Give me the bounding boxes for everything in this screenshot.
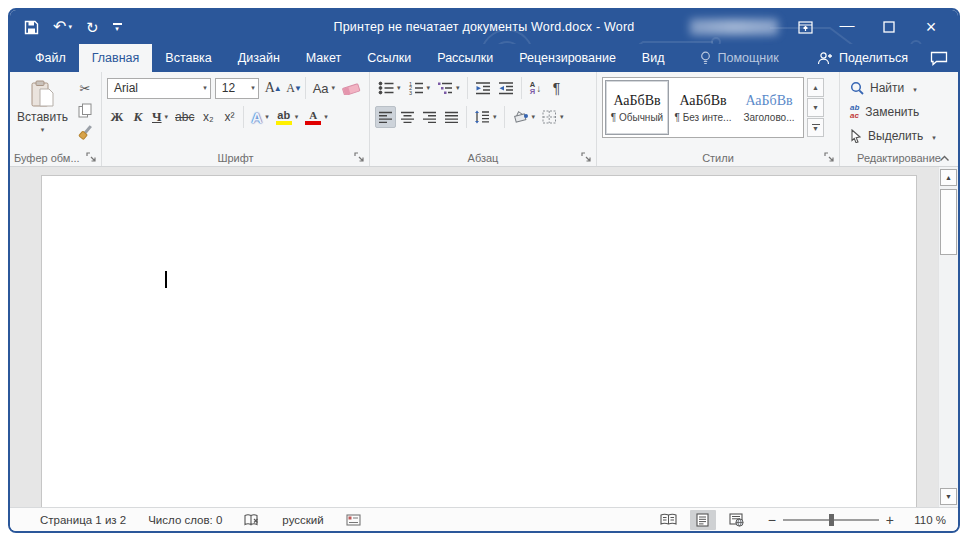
align-center-icon[interactable] (397, 106, 418, 128)
language-indicator[interactable]: русский (282, 514, 323, 526)
word-count[interactable]: Число слов: 0 (148, 514, 222, 526)
shading-icon[interactable] (509, 106, 539, 128)
group-paragraph: 123 АЯ↓ ¶ (370, 72, 597, 166)
replace-button[interactable]: abac Заменить (850, 101, 953, 122)
bold-button[interactable]: Ж (107, 106, 127, 128)
font-name-select[interactable]: Arial▾ (107, 78, 211, 99)
scroll-up-icon[interactable]: ▲ (940, 169, 957, 186)
zoom-slider-thumb[interactable] (829, 514, 834, 526)
save-icon[interactable] (24, 20, 39, 35)
quick-access-toolbar: ↶▾ ↻ ▾ (24, 10, 122, 44)
maximize-icon[interactable] (868, 10, 910, 44)
divider (467, 77, 468, 99)
decrease-indent-icon[interactable] (472, 77, 494, 99)
document-page[interactable] (41, 175, 917, 507)
read-mode-icon[interactable] (656, 510, 682, 530)
svg-text:3: 3 (409, 90, 412, 96)
select-label: Выделить (868, 129, 923, 143)
web-layout-icon[interactable] (724, 510, 750, 530)
tab-review[interactable]: Рецензирование (506, 44, 629, 72)
tab-mailings[interactable]: Рассылки (424, 44, 506, 72)
italic-button[interactable]: К (128, 106, 148, 128)
styles-gallery-scroll: ▲ ▼ ▼ (807, 77, 824, 149)
tab-layout[interactable]: Макет (293, 44, 354, 72)
clipboard-small-buttons: ✂ (74, 77, 96, 149)
show-paragraph-marks-button[interactable]: ¶ (547, 77, 567, 99)
paste-button[interactable]: Вставить ▾ (15, 77, 70, 149)
word-window: ↶▾ ↻ ▾ Принтер не печатает документы Wor… (8, 8, 960, 533)
line-spacing-icon[interactable] (471, 106, 500, 128)
zoom-level[interactable]: 110 % (902, 514, 946, 526)
styles-gallery-more-icon[interactable]: ▼ (807, 118, 824, 137)
font-size-select[interactable]: 12▾ (215, 78, 259, 99)
select-button[interactable]: Выделить (850, 125, 953, 146)
text-effects-button[interactable]: А (248, 106, 271, 128)
lightbulb-icon (700, 51, 711, 66)
align-left-icon[interactable] (375, 106, 396, 128)
borders-icon[interactable] (539, 106, 567, 128)
share-person-icon (817, 51, 833, 65)
scrollbar-thumb[interactable] (940, 189, 957, 255)
style-heading1[interactable]: АаБбВв Заголово... (737, 80, 801, 135)
collapse-ribbon-icon[interactable] (939, 155, 950, 162)
share-button[interactable]: Поделиться (817, 51, 908, 65)
copy-icon[interactable] (74, 101, 96, 120)
font-dialog-launcher-icon[interactable] (354, 152, 365, 163)
divider (521, 77, 522, 99)
ribbon-display-options-icon[interactable] (784, 10, 826, 44)
vertical-scrollbar[interactable]: ▲ ▼ (938, 167, 958, 507)
tab-references[interactable]: Ссылки (354, 44, 424, 72)
multilevel-list-icon[interactable] (434, 77, 463, 99)
numbering-icon[interactable]: 123 (405, 77, 434, 99)
find-button[interactable]: Найти (850, 77, 953, 98)
tab-view[interactable]: Вид (629, 44, 678, 72)
replace-icon: abac (850, 104, 859, 120)
superscript-button[interactable]: x² (219, 106, 239, 128)
styles-scroll-up-icon[interactable]: ▲ (807, 78, 824, 97)
cut-icon[interactable]: ✂ (74, 79, 96, 98)
highlight-color-button[interactable]: ab (273, 106, 302, 128)
zoom-out-button[interactable]: − (768, 513, 776, 527)
change-case-button[interactable]: Aa (310, 77, 338, 99)
close-icon[interactable]: × (910, 10, 952, 44)
style-normal[interactable]: АаБбВв ¶ Обычный (605, 80, 669, 135)
bullets-icon[interactable] (375, 77, 404, 99)
font-group-label: Шрифт (102, 152, 369, 164)
proofing-status-icon[interactable] (244, 513, 260, 527)
undo-icon[interactable]: ↶▾ (53, 19, 72, 35)
styles-dialog-launcher-icon[interactable] (824, 152, 835, 163)
tab-insert[interactable]: Вставка (152, 44, 224, 72)
justify-icon[interactable] (441, 106, 462, 128)
increase-indent-icon[interactable] (495, 77, 517, 99)
minimize-icon[interactable]: — (826, 10, 868, 44)
strikethrough-button[interactable]: abc (172, 106, 197, 128)
styles-scroll-down-icon[interactable]: ▼ (807, 98, 824, 117)
shrink-font-button[interactable]: A▼ (281, 77, 301, 99)
zoom-in-button[interactable]: + (886, 513, 894, 527)
print-layout-icon[interactable] (690, 510, 716, 530)
tab-design[interactable]: Дизайн (225, 44, 293, 72)
customize-qat-icon[interactable]: ▾ (113, 23, 122, 31)
tab-home[interactable]: Главная (79, 44, 153, 72)
font-color-button[interactable]: А (302, 106, 331, 128)
window-controls: — × (784, 10, 952, 44)
clear-formatting-icon[interactable] (339, 77, 364, 99)
page-indicator[interactable]: Страница 1 из 2 (40, 514, 126, 526)
clipboard-dialog-launcher-icon[interactable] (86, 152, 97, 163)
tab-file[interactable]: Файл (22, 44, 79, 72)
style-no-spacing[interactable]: АаБбВв ¶ Без инте... (671, 80, 735, 135)
paragraph-dialog-launcher-icon[interactable] (581, 152, 592, 163)
tab-assistant[interactable]: Помощник (687, 44, 791, 72)
styles-group-label: Стили (597, 152, 839, 164)
sort-icon[interactable]: АЯ↓ (526, 77, 546, 99)
zoom-slider[interactable] (783, 519, 879, 521)
scroll-down-icon[interactable]: ▼ (940, 488, 957, 505)
grow-font-button[interactable]: A▲ (260, 77, 280, 99)
align-right-icon[interactable] (419, 106, 440, 128)
comment-icon[interactable] (930, 51, 948, 66)
underline-button[interactable]: Ч (149, 106, 171, 128)
keyboard-indicator-icon[interactable] (346, 514, 361, 526)
redo-icon[interactable]: ↻ (86, 20, 99, 35)
subscript-button[interactable]: x₂ (198, 106, 218, 128)
format-painter-icon[interactable] (74, 123, 96, 142)
